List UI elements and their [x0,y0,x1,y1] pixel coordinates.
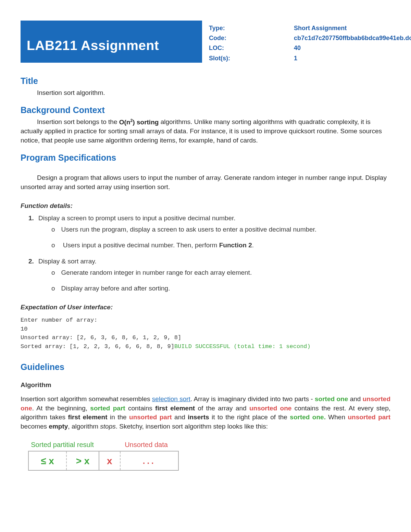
function-1-sub-2: Users input a positive decimal number. T… [51,241,390,250]
meta-code-label: Code: [209,34,277,42]
expectation-heading: Expectation of User interface: [21,303,390,312]
banner-title: LAB211 Assignment [21,21,202,63]
meta-type-value: Short Assignment [294,24,411,33]
function-list: Display a screen to prompt users to inpu… [36,214,390,293]
spec-text: Design a program that allows users to in… [21,173,390,191]
diagram-label-sorted: Sorted partitial result [28,440,97,449]
title-text: Insertion sort algorithm. [21,88,390,98]
meta-table: Type: Short Assignment Code: cb7c1d7c207… [209,21,411,63]
meta-code-value: cb7c1d7c207750ffbbab6bdca99e41eb.docx [294,34,411,42]
meta-loc-label: LOC: [209,44,277,52]
console-output: Enter number of array: 10 Unsorted array… [21,316,390,351]
diagram-cell-gt-x: > x [67,451,99,470]
meta-loc-value: 40 [294,44,411,52]
function-details-heading: Function details: [21,201,390,211]
selection-sort-link[interactable]: selection sort [152,395,190,403]
function-item-2: Display & sort array. Generate random in… [36,257,390,293]
diagram: Sorted partitial result Unsorted data ≤ … [21,440,390,471]
meta-slots-label: Slot(s): [209,54,277,63]
meta-type-label: Type: [209,24,277,33]
function-1-sub-1: Users run the program, display a screen … [51,225,390,234]
background-text: Insertion sort belongs to the O(n2) sort… [21,117,390,145]
meta-slots-value: 1 [294,54,411,63]
function-2-sub-1: Generate random integer in number range … [51,268,390,277]
algorithm-heading: Algorithm [21,381,390,390]
spec-heading: Program Specifications [21,152,390,164]
diagram-cells: ≤ x > x x ... [28,451,179,471]
function-2-sub-2: Display array before and after sorting. [51,284,390,293]
background-heading: Background Context [21,104,390,116]
diagram-label-unsorted: Unsorted data [115,440,177,449]
diagram-cell-le-x: ≤ x [29,451,67,470]
function-item-1: Display a screen to prompt users to inpu… [36,214,390,250]
header: LAB211 Assignment Type: Short Assignment… [21,21,390,63]
title-heading: Title [21,75,390,87]
guidelines-heading: Guidelines [21,361,390,373]
diagram-cell-x: x [99,451,120,470]
diagram-cell-rest: ... [121,451,178,470]
algorithm-text: Insertion sort algorithm somewhat resemb… [21,395,390,431]
